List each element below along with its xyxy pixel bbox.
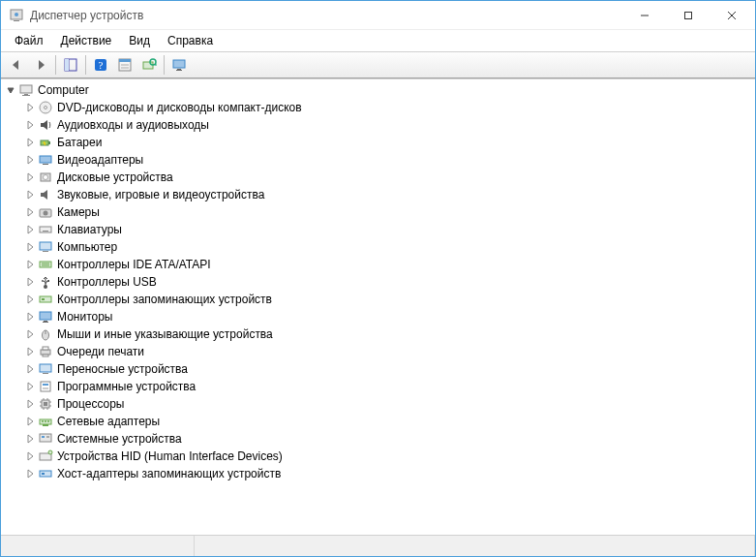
svg-rect-24 bbox=[22, 95, 30, 96]
caret-right-icon[interactable] bbox=[24, 468, 36, 480]
storage-controller-icon bbox=[38, 292, 53, 307]
toolbar-display-button[interactable] bbox=[167, 54, 191, 76]
tree-category-node[interactable]: Мониторы bbox=[24, 308, 755, 325]
svg-rect-82 bbox=[46, 436, 49, 438]
tree-category-node[interactable]: Программные устройства bbox=[24, 378, 755, 395]
svg-point-78 bbox=[45, 420, 46, 422]
menu-file[interactable]: Файл bbox=[7, 32, 51, 49]
tree-category-label: Видеоадаптеры bbox=[57, 153, 143, 167]
svg-rect-52 bbox=[40, 312, 51, 320]
tree-category-node[interactable]: Системные устройства bbox=[24, 430, 755, 448]
svg-rect-28 bbox=[48, 141, 50, 144]
statusbar-panel bbox=[195, 536, 755, 556]
toolbar: ? bbox=[1, 51, 755, 78]
tree-category-node[interactable]: Процессоры bbox=[24, 395, 755, 413]
tree-category-node[interactable]: Хост-адаптеры запоминающих устройств bbox=[24, 465, 755, 482]
caret-right-icon[interactable] bbox=[24, 171, 36, 183]
toolbar-scan-button[interactable] bbox=[137, 54, 161, 76]
ide-icon bbox=[38, 257, 53, 272]
svg-rect-85 bbox=[40, 471, 51, 477]
caret-right-icon[interactable] bbox=[24, 276, 36, 288]
close-button[interactable] bbox=[710, 1, 753, 29]
tree-category-label: Батареи bbox=[57, 136, 102, 149]
toolbar-properties-button[interactable] bbox=[113, 54, 136, 76]
caret-right-icon[interactable] bbox=[24, 450, 36, 462]
svg-rect-1 bbox=[14, 20, 19, 21]
svg-rect-66 bbox=[44, 402, 47, 406]
tree-category-node[interactable]: Переносные устройства bbox=[24, 360, 755, 378]
window-title: Диспетчер устройств bbox=[30, 9, 622, 22]
minimize-button[interactable] bbox=[622, 1, 666, 29]
tree-category-node[interactable]: Очереди печати bbox=[24, 343, 755, 360]
caret-right-icon[interactable] bbox=[24, 433, 36, 445]
svg-rect-19 bbox=[173, 60, 185, 68]
network-icon bbox=[38, 414, 53, 429]
tree-category-node[interactable]: Контроллеры запоминающих устройств bbox=[24, 291, 755, 308]
usb-icon bbox=[38, 274, 53, 290]
menu-help[interactable]: Справка bbox=[160, 32, 221, 49]
tree-root-node[interactable]: Computer bbox=[5, 81, 755, 99]
toolbar-back-button[interactable] bbox=[5, 54, 28, 76]
tree-category-node[interactable]: DVD-дисководы и дисководы компакт-дисков bbox=[24, 99, 755, 116]
svg-rect-40 bbox=[43, 251, 48, 252]
tree-category-node[interactable]: Сетевые адаптеры bbox=[24, 413, 755, 430]
tree-category-label: Аудиовходы и аудиовыходы bbox=[57, 118, 209, 132]
tree-category-node[interactable]: Видеоадаптеры bbox=[24, 151, 755, 169]
caret-right-icon[interactable] bbox=[24, 206, 36, 218]
toolbar-showhide-button[interactable] bbox=[59, 54, 82, 76]
caret-right-icon[interactable] bbox=[24, 259, 36, 270]
tree-category-node[interactable]: Звуковые, игровые и видеоустройства bbox=[24, 186, 755, 203]
tree-category-node[interactable]: Контроллеры USB bbox=[24, 273, 755, 291]
caret-right-icon[interactable] bbox=[24, 137, 36, 148]
caret-right-icon[interactable] bbox=[24, 311, 36, 323]
svg-rect-9 bbox=[65, 59, 69, 71]
statusbar bbox=[1, 535, 755, 556]
portable-icon bbox=[38, 361, 53, 377]
tree-category-label: Клавиатуры bbox=[57, 223, 122, 236]
tree-category-label: Мониторы bbox=[57, 310, 112, 324]
battery-icon bbox=[38, 135, 53, 150]
caret-right-icon[interactable] bbox=[24, 328, 36, 340]
caret-right-icon[interactable] bbox=[24, 381, 36, 392]
toolbar-help-button[interactable]: ? bbox=[89, 54, 112, 76]
caret-right-icon[interactable] bbox=[24, 346, 36, 357]
tree-category-label: Контроллеры IDE ATA/ATAPI bbox=[57, 258, 211, 271]
caret-right-icon[interactable] bbox=[24, 294, 36, 305]
svg-rect-29 bbox=[40, 156, 51, 163]
menu-view[interactable]: Вид bbox=[121, 32, 158, 49]
caret-right-icon[interactable] bbox=[24, 119, 36, 131]
maximize-button[interactable] bbox=[666, 1, 710, 29]
caret-right-icon[interactable] bbox=[24, 224, 36, 235]
tree-category-node[interactable]: Камеры bbox=[24, 203, 755, 221]
device-tree[interactable]: Computer DVD-дисководы и дисководы компа… bbox=[1, 78, 755, 535]
caret-right-icon[interactable] bbox=[24, 416, 36, 427]
tree-category-node[interactable]: Клавиатуры bbox=[24, 221, 755, 238]
audio-icon bbox=[38, 117, 53, 133]
tree-category-node[interactable]: Мыши и иные указывающие устройства bbox=[24, 325, 755, 343]
caret-right-icon[interactable] bbox=[24, 154, 36, 166]
tree-category-node[interactable]: Аудиовходы и аудиовыходы bbox=[24, 116, 755, 134]
tree-category-label: Очереди печати bbox=[57, 345, 144, 358]
tree-category-label: Звуковые, игровые и видеоустройства bbox=[57, 188, 264, 201]
svg-rect-16 bbox=[143, 62, 153, 69]
tree-category-node[interactable]: Устройства HID (Human Interface Devices) bbox=[24, 448, 755, 465]
menu-action[interactable]: Действие bbox=[53, 32, 120, 49]
svg-point-2 bbox=[15, 13, 18, 16]
tree-category-node[interactable]: Батареи bbox=[24, 134, 755, 151]
caret-right-icon[interactable] bbox=[24, 241, 36, 253]
caret-down-icon[interactable] bbox=[5, 84, 16, 96]
tree-category-node[interactable]: Дисковые устройства bbox=[24, 169, 755, 186]
caret-right-icon[interactable] bbox=[24, 102, 36, 113]
tree-category-label: Дисковые устройства bbox=[57, 170, 173, 184]
tree-category-node[interactable]: Компьютер bbox=[24, 238, 755, 256]
caret-right-icon[interactable] bbox=[24, 363, 36, 375]
svg-rect-21 bbox=[176, 70, 182, 71]
caret-right-icon[interactable] bbox=[24, 189, 36, 201]
svg-point-77 bbox=[42, 420, 44, 422]
caret-right-icon[interactable] bbox=[24, 398, 36, 410]
device-manager-window: Диспетчер устройств Файл Действие Вид Сп… bbox=[0, 0, 756, 557]
tree-category-node[interactable]: Контроллеры IDE ATA/ATAPI bbox=[24, 256, 755, 273]
computer-icon bbox=[18, 82, 34, 98]
toolbar-forward-button[interactable] bbox=[29, 54, 52, 76]
tree-category-label: Хост-адаптеры запоминающих устройств bbox=[57, 467, 281, 480]
